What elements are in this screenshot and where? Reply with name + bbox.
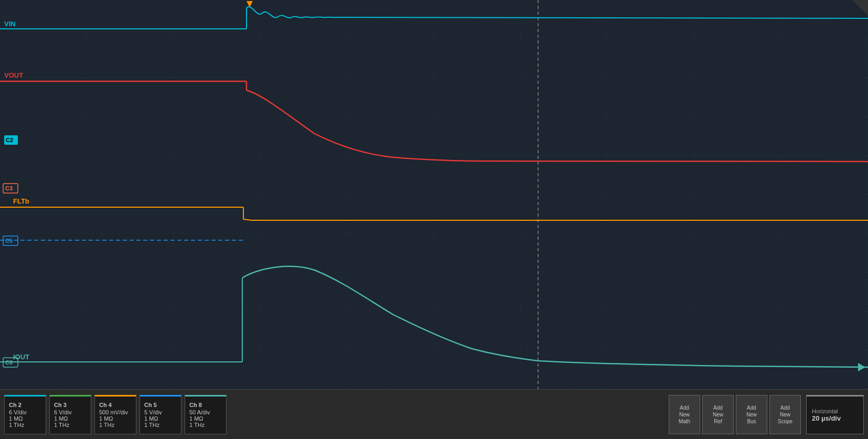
svg-line-12 xyxy=(472,161,868,162)
add-scope-line3: Scope xyxy=(778,419,792,424)
channel-8-info[interactable]: Ch 8 50 A/div 1 MΩ 1 THz xyxy=(185,395,227,434)
add-math-line3: Math xyxy=(679,419,690,424)
oscilloscope: VIN VOUT C2 C3 FLTb C5 IOUT C8 xyxy=(0,0,868,439)
add-scope-line1: Add xyxy=(780,405,790,411)
ch2-vdiv: 6 V/div xyxy=(9,409,41,415)
action-buttons: Add New Math Add New Ref Add New Bus Add… xyxy=(669,395,801,434)
scope-display: VIN VOUT C2 C3 FLTb C5 IOUT C8 xyxy=(0,0,868,389)
channel-2-info[interactable]: Ch 2 6 V/div 1 MΩ 1 THz xyxy=(4,395,46,434)
channel-3-info[interactable]: Ch 3 6 V/div 1 MΩ 1 THz xyxy=(49,395,91,434)
add-scope-button[interactable]: Add New Scope xyxy=(769,395,801,434)
add-scope-line2: New xyxy=(780,412,790,417)
horizontal-info[interactable]: Horizontal 20 µs/div xyxy=(806,395,864,434)
ch5-vdiv: 5 V/div xyxy=(144,409,177,415)
svg-text:C8: C8 xyxy=(5,359,13,366)
svg-text:C3: C3 xyxy=(5,185,13,191)
svg-rect-3 xyxy=(0,0,868,389)
channel-4-info[interactable]: Ch 4 500 mV/div 1 MΩ 1 THz xyxy=(94,395,136,434)
ch2-name: Ch 2 xyxy=(9,402,41,408)
ch3-vdiv: 6 V/div xyxy=(54,409,87,415)
ch5-freq: 1 THz xyxy=(144,422,177,428)
ch8-impedance: 1 MΩ xyxy=(189,415,222,422)
svg-text:VIN: VIN xyxy=(4,20,16,28)
svg-text:FLTb: FLTb xyxy=(13,197,29,205)
add-ref-line2: New xyxy=(713,412,723,417)
ch8-vdiv: 50 A/div xyxy=(189,409,222,415)
ch4-vdiv: 500 mV/div xyxy=(99,409,132,415)
ch3-name: Ch 3 xyxy=(54,402,87,408)
add-math-line2: New xyxy=(679,412,690,417)
ch3-impedance: 1 MΩ xyxy=(54,415,87,422)
svg-text:C5: C5 xyxy=(5,238,13,244)
add-ref-button[interactable]: Add New Ref xyxy=(702,395,734,434)
ch4-freq: 1 THz xyxy=(99,422,132,428)
ch8-name: Ch 8 xyxy=(189,402,222,408)
waveform-canvas: VIN VOUT C2 C3 FLTb C5 IOUT C8 xyxy=(0,0,868,389)
ch2-impedance: 1 MΩ xyxy=(9,415,41,422)
ch5-impedance: 1 MΩ xyxy=(144,415,177,422)
horizontal-value: 20 µs/div xyxy=(812,414,858,422)
ch4-name: Ch 4 xyxy=(99,402,132,408)
add-bus-line2: New xyxy=(746,412,757,417)
ch3-freq: 1 THz xyxy=(54,422,87,428)
add-math-button[interactable]: Add New Math xyxy=(669,395,700,434)
svg-text:IOUT: IOUT xyxy=(13,353,29,361)
svg-text:VOUT: VOUT xyxy=(4,71,23,79)
svg-text:C2: C2 xyxy=(6,137,13,143)
ch8-freq: 1 THz xyxy=(189,422,222,428)
add-math-line1: Add xyxy=(680,405,689,411)
horizontal-label: Horizontal xyxy=(812,408,858,414)
ch4-impedance: 1 MΩ xyxy=(99,415,132,422)
channel-5-info[interactable]: Ch 5 5 V/div 1 MΩ 1 THz xyxy=(140,395,181,434)
ch5-name: Ch 5 xyxy=(144,402,177,408)
add-bus-button[interactable]: Add New Bus xyxy=(736,395,767,434)
add-bus-line1: Add xyxy=(747,405,756,411)
status-bar: Ch 2 6 V/div 1 MΩ 1 THz Ch 3 6 V/div 1 M… xyxy=(0,389,868,439)
add-ref-line3: Ref xyxy=(714,419,722,424)
add-bus-line3: Bus xyxy=(747,419,756,424)
ch2-freq: 1 THz xyxy=(9,422,41,428)
add-ref-line1: Add xyxy=(713,405,723,411)
